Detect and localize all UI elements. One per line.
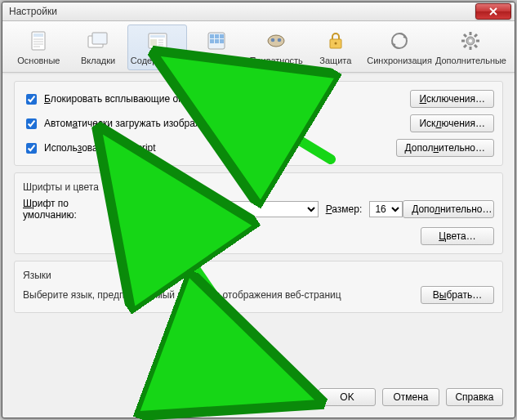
svg-rect-5 bbox=[150, 35, 165, 38]
svg-point-14 bbox=[268, 35, 284, 47]
svg-point-15 bbox=[271, 38, 275, 42]
svg-rect-12 bbox=[215, 39, 219, 43]
content-icon bbox=[145, 28, 171, 54]
enable-js-checkbox[interactable] bbox=[26, 143, 37, 154]
tabs-icon bbox=[85, 28, 111, 54]
group-fonts: Шрифты и цвета Шрифт по умолчанию: Times… bbox=[14, 172, 503, 254]
lang-hint: Выберите язык, предпочитаемый вами для о… bbox=[23, 289, 341, 301]
lang-choose-button[interactable]: Выбрать… bbox=[421, 286, 494, 304]
svg-rect-13 bbox=[220, 39, 224, 43]
tab-security[interactable]: Защита bbox=[306, 25, 366, 70]
tab-sync-label: Синхронизация bbox=[367, 56, 432, 65]
block-popups-checkbox[interactable] bbox=[26, 94, 37, 105]
load-images-checkbox[interactable] bbox=[26, 118, 37, 129]
tab-general[interactable]: Основные bbox=[9, 25, 69, 70]
fonts-group-title: Шрифты и цвета bbox=[23, 181, 494, 193]
window-title: Настройки bbox=[9, 6, 475, 17]
content-area: Блокировать всплывающие окна Исключения…… bbox=[2, 73, 515, 380]
enable-js-text: Использовать JavaScript bbox=[44, 142, 156, 154]
block-popups-checkbox-label[interactable]: Блокировать всплывающие окна bbox=[23, 92, 410, 107]
svg-point-21 bbox=[469, 39, 472, 42]
tab-general-label: Основные bbox=[17, 56, 60, 65]
ok-button[interactable]: OK bbox=[319, 388, 376, 406]
svg-point-16 bbox=[278, 38, 282, 42]
svg-rect-6 bbox=[150, 39, 157, 46]
tab-content-label: Содержимое bbox=[131, 56, 185, 65]
font-size-label: Размер: bbox=[326, 203, 363, 215]
tab-apps-label: Приложения bbox=[190, 56, 243, 65]
tab-apps[interactable]: Приложения bbox=[187, 25, 247, 70]
group-lang: Языки Выберите язык, предпочитаемый вами… bbox=[14, 261, 503, 313]
security-icon bbox=[323, 28, 349, 54]
tab-sync[interactable]: Синхронизация bbox=[365, 25, 434, 70]
apps-icon bbox=[203, 28, 230, 54]
js-advanced-button[interactable]: Дополнительно… bbox=[396, 139, 494, 157]
tab-advanced[interactable]: Дополнительные bbox=[434, 25, 508, 70]
tab-tabs-label: Вкладки bbox=[81, 56, 115, 65]
dialog-buttons: OK Отмена Справка bbox=[2, 380, 515, 418]
colors-button[interactable]: Цвета… bbox=[421, 227, 494, 245]
tab-advanced-label: Дополнительные bbox=[435, 56, 506, 65]
tab-tabs[interactable]: Вкладки bbox=[69, 25, 128, 70]
default-font-label: Шрифт по умолчанию: bbox=[23, 198, 116, 221]
popups-exceptions-button[interactable]: Исключения… bbox=[410, 90, 494, 108]
tabs-toolbar: Основные Вкладки Содержимое Приложения П… bbox=[2, 21, 515, 73]
general-icon bbox=[25, 28, 51, 54]
enable-js-checkbox-label[interactable]: Использовать JavaScript bbox=[23, 141, 396, 156]
group-content: Блокировать всплывающие окна Исключения…… bbox=[14, 81, 503, 166]
svg-point-18 bbox=[334, 42, 336, 45]
default-font-select[interactable]: Times New Roman bbox=[124, 201, 319, 217]
load-images-text: Автоматически загружать изображения bbox=[44, 118, 223, 129]
load-images-checkbox-label[interactable]: Автоматически загружать изображения bbox=[23, 116, 410, 132]
tab-security-label: Защита bbox=[319, 56, 351, 65]
svg-rect-11 bbox=[210, 39, 214, 43]
svg-rect-10 bbox=[220, 34, 224, 38]
svg-rect-8 bbox=[210, 34, 214, 38]
close-icon bbox=[489, 7, 497, 16]
cancel-button[interactable]: Отмена bbox=[382, 388, 439, 406]
lang-group-title: Языки bbox=[23, 270, 494, 281]
sync-icon bbox=[386, 28, 412, 54]
font-size-select[interactable]: 16 bbox=[369, 201, 403, 217]
titlebar: Настройки bbox=[2, 2, 515, 21]
help-button[interactable]: Справка bbox=[446, 388, 503, 406]
close-button[interactable] bbox=[475, 3, 511, 20]
svg-rect-9 bbox=[215, 34, 219, 38]
svg-rect-1 bbox=[33, 34, 43, 37]
fonts-advanced-button[interactable]: Дополнительно… bbox=[403, 200, 494, 218]
privacy-icon bbox=[263, 28, 289, 54]
svg-rect-3 bbox=[92, 33, 107, 44]
gear-icon bbox=[457, 28, 484, 54]
tab-privacy-label: Приватность bbox=[250, 56, 303, 65]
tab-content[interactable]: Содержимое bbox=[127, 25, 187, 70]
images-exceptions-button[interactable]: Исключения… bbox=[410, 114, 494, 132]
tab-privacy[interactable]: Приватность bbox=[247, 25, 306, 70]
block-popups-text: Блокировать всплывающие окна bbox=[44, 93, 194, 105]
